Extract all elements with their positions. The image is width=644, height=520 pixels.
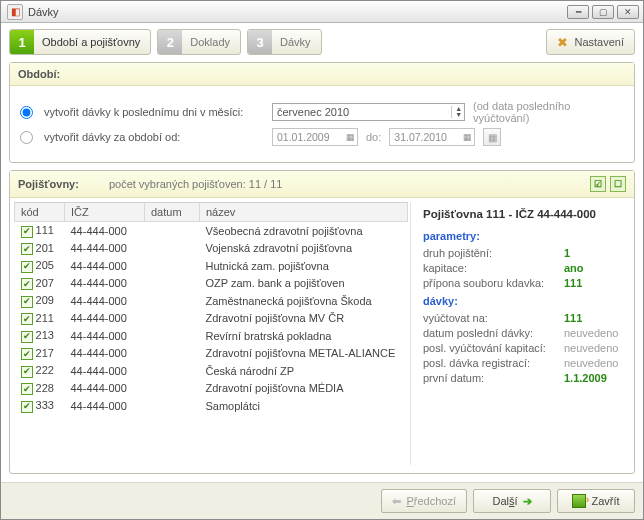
batch-reg-k: posl. dávka registrací: <box>423 357 564 369</box>
batch-last-k: datum poslední dávky: <box>423 327 564 339</box>
batch-first-v: 1.1.2009 <box>564 372 624 384</box>
month-hint: (od data posledního vyúčtování) <box>473 100 624 124</box>
wizard-step-1-num: 1 <box>10 30 34 54</box>
minimize-button[interactable]: ━ <box>567 5 589 19</box>
batch-last-v: neuvedeno <box>564 327 624 339</box>
col-name[interactable]: název <box>200 203 408 222</box>
select-all-button[interactable]: ☑ <box>590 176 606 192</box>
date-to-value: 31.07.2010 <box>394 131 447 143</box>
period-title: Období: <box>10 63 634 86</box>
arrow-left-icon: ⬅ <box>392 495 401 508</box>
details-panel: Pojišťovna 111 - IČZ 44-444-000 parametr… <box>415 202 630 465</box>
period-panel: Období: vytvořit dávky k poslednímu dni … <box>9 62 635 163</box>
checkbox-icon[interactable]: ✔ <box>21 383 33 395</box>
radio-month[interactable] <box>20 106 33 119</box>
param-kap-k: kapitace: <box>423 262 564 274</box>
close-button[interactable]: Zavřít <box>557 489 635 513</box>
close-window-button[interactable]: ✕ <box>617 5 639 19</box>
wizard-step-2-num: 2 <box>158 30 182 54</box>
month-picker[interactable]: červenec 2010 ▲▼ <box>272 103 465 121</box>
wizard-step-2-label: Doklady <box>190 36 230 48</box>
app-icon: ◧ <box>7 4 23 20</box>
close-label: Zavřít <box>591 495 619 507</box>
settings-button[interactable]: ✖ Nastavení <box>546 29 635 55</box>
wizard-step-2[interactable]: 2 Doklady <box>157 29 241 55</box>
details-title: Pojišťovna 111 - IČZ 44-444-000 <box>423 208 624 220</box>
date-from-input[interactable]: 01.01.2009 ▦ <box>272 128 358 146</box>
titlebar: ◧ Dávky ━ ▢ ✕ <box>1 1 643 23</box>
date-action-button[interactable]: ▦ <box>483 128 501 146</box>
next-button[interactable]: Další ➔ <box>473 489 551 513</box>
table-row[interactable]: ✔ 20144-444-000Vojenská zdravotní pojišť… <box>15 240 408 258</box>
batch-first-k: první datum: <box>423 372 564 384</box>
table-row[interactable]: ✔ 22844-444-000Zdravotní pojišťovna MÉDI… <box>15 380 408 398</box>
wizard-steps: 1 Období a pojišťovny 2 Doklady 3 Dávky … <box>9 29 635 55</box>
table-row[interactable]: ✔ 20744-444-000OZP zam. bank a pojišťove… <box>15 275 408 293</box>
batch-reg-v: neuvedeno <box>564 357 624 369</box>
wizard-step-1[interactable]: 1 Období a pojišťovny <box>9 29 151 55</box>
settings-label: Nastavení <box>574 36 624 48</box>
param-druh-v: 1 <box>564 247 624 259</box>
prev-rest: ředchozí <box>414 495 456 507</box>
next-post: í <box>514 495 517 507</box>
batch-bill-k: vyúčtovat na: <box>423 312 564 324</box>
exit-icon <box>572 494 586 508</box>
checkbox-icon[interactable]: ✔ <box>21 261 33 273</box>
prev-button[interactable]: ⬅ Předchozí <box>381 489 467 513</box>
tools-icon: ✖ <box>557 35 568 50</box>
checkbox-icon[interactable]: ✔ <box>21 226 33 238</box>
table-row[interactable]: ✔ 22244-444-000Česká národní ZP <box>15 362 408 380</box>
date-to-input[interactable]: 31.07.2010 ▦ <box>389 128 475 146</box>
param-suff-v: 111 <box>564 277 624 289</box>
deselect-all-button[interactable]: ☐ <box>610 176 626 192</box>
next-pre: Dal <box>492 495 509 507</box>
table-row[interactable]: ✔ 21344-444-000Revírní bratrská pokladna <box>15 327 408 345</box>
checkbox-icon[interactable]: ✔ <box>21 348 33 360</box>
spinner-icon[interactable]: ▲▼ <box>451 106 462 118</box>
window-title: Dávky <box>28 6 564 18</box>
table-row[interactable]: ✔ 20944-444-000Zaměstnanecká pojišťovna … <box>15 292 408 310</box>
wizard-step-3-num: 3 <box>248 30 272 54</box>
window: ◧ Dávky ━ ▢ ✕ 1 Období a pojišťovny 2 Do… <box>0 0 644 520</box>
wizard-step-3-label: Dávky <box>280 36 311 48</box>
batch-bill-v: 111 <box>564 312 624 324</box>
wizard-step-3[interactable]: 3 Dávky <box>247 29 322 55</box>
checkbox-icon[interactable]: ✔ <box>21 278 33 290</box>
checkbox-icon[interactable]: ✔ <box>21 331 33 343</box>
radio-range[interactable] <box>20 131 33 144</box>
calendar-icon: ▦ <box>463 132 472 142</box>
params-title: parametry: <box>423 230 624 242</box>
batches-title: dávky: <box>423 295 624 307</box>
checkbox-icon[interactable]: ✔ <box>21 296 33 308</box>
date-from-value: 01.01.2009 <box>277 131 330 143</box>
param-suff-k: přípona souboru kdavka: <box>423 277 564 289</box>
date-to-label: do: <box>366 131 381 143</box>
calendar-icon: ▦ <box>346 132 355 142</box>
batch-kap-k: posl. vyúčtování kapitací: <box>423 342 564 354</box>
col-icz[interactable]: IČZ <box>65 203 145 222</box>
insurers-panel: Pojišťovny: počet vybraných pojišťoven: … <box>9 170 635 474</box>
checkbox-icon[interactable]: ✔ <box>21 313 33 325</box>
insurers-count: počet vybraných pojišťoven: 11 / 11 <box>109 178 283 190</box>
table-row[interactable]: ✔ 33344-444-000Samoplátci <box>15 397 408 415</box>
param-druh-k: druh pojištění: <box>423 247 564 259</box>
col-date[interactable]: datum <box>145 203 200 222</box>
insurers-table: kód IČZ datum název ✔ 11144-444-000Všeob… <box>14 202 411 465</box>
checkbox-icon[interactable]: ✔ <box>21 243 33 255</box>
col-code[interactable]: kód <box>15 203 65 222</box>
insurers-title: Pojišťovny: <box>18 178 79 190</box>
radio-month-label: vytvořit dávky k poslednímu dni v měsíci… <box>44 106 264 118</box>
month-value: červenec 2010 <box>277 106 349 118</box>
insurers-header: Pojišťovny: počet vybraných pojišťoven: … <box>10 171 634 198</box>
table-row[interactable]: ✔ 11144-444-000Všeobecná zdravotní pojiš… <box>15 222 408 240</box>
radio-range-label: vytvořit dávky za období od: <box>44 131 264 143</box>
arrow-right-icon: ➔ <box>523 495 532 508</box>
batch-kap-v: neuvedeno <box>564 342 624 354</box>
checkbox-icon[interactable]: ✔ <box>21 366 33 378</box>
maximize-button[interactable]: ▢ <box>592 5 614 19</box>
table-row[interactable]: ✔ 20544-444-000Hutnická zam. pojišťovna <box>15 257 408 275</box>
checkbox-icon[interactable]: ✔ <box>21 401 33 413</box>
table-row[interactable]: ✔ 21744-444-000Zdravotní pojišťovna META… <box>15 345 408 363</box>
content: 1 Období a pojišťovny 2 Doklady 3 Dávky … <box>1 23 643 482</box>
table-row[interactable]: ✔ 21144-444-000Zdravotní pojišťovna MV Č… <box>15 310 408 328</box>
